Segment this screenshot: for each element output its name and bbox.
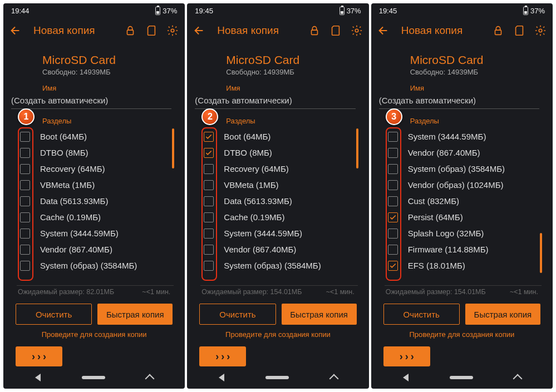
name-input[interactable]: (Создать автоматически) [195, 93, 355, 109]
swipe-button[interactable]: › › › [383, 346, 430, 366]
nav-up-icon[interactable] [145, 374, 155, 384]
partition-checkbox[interactable] [204, 212, 214, 222]
partition-row[interactable]: System (образ) (3584МБ) [385, 161, 542, 177]
settings-icon[interactable] [534, 24, 547, 37]
partition-checkbox[interactable] [388, 180, 398, 190]
partition-row[interactable]: Vendor (867.40МБ) [200, 241, 357, 257]
partition-row[interactable]: Recovery (64МБ) [200, 161, 357, 177]
partition-checkbox[interactable] [20, 164, 30, 174]
estimated-size: Ожидаемый размер: 154.01МБ [386, 288, 486, 296]
partition-checkbox[interactable] [388, 261, 398, 271]
page-title: Новая копия [401, 24, 484, 37]
partition-checkbox[interactable] [20, 261, 30, 271]
partition-row[interactable]: Cache (0.19МБ) [17, 209, 174, 225]
partition-row[interactable]: System (3444.59МБ) [200, 225, 357, 241]
partition-row[interactable]: Vendor (867.40МБ) [385, 145, 542, 161]
nav-home-icon[interactable] [82, 376, 105, 379]
scroll-indicator[interactable] [172, 128, 174, 168]
partition-checkbox[interactable] [204, 148, 214, 158]
nav-bar [3, 366, 185, 389]
partition-checkbox[interactable] [20, 212, 30, 222]
partition-row[interactable]: System (образ) (3584МБ) [17, 257, 174, 274]
partition-row[interactable]: Firmware (114.88МБ) [385, 241, 542, 257]
partition-row[interactable]: Persist (64МБ) [385, 209, 542, 225]
lock-icon[interactable] [124, 24, 137, 37]
name-input[interactable]: (Создать автоматически) [379, 93, 539, 109]
partition-checkbox[interactable] [204, 261, 214, 271]
partition-checkbox[interactable] [20, 229, 30, 239]
sd-card-icon[interactable] [513, 24, 526, 37]
partition-row[interactable]: VBMeta (1МБ) [17, 177, 174, 193]
scroll-indicator[interactable] [540, 233, 542, 273]
partition-row[interactable]: Cache (0.19МБ) [200, 209, 357, 225]
partition-row[interactable]: System (3444.59МБ) [385, 128, 542, 145]
partition-checkbox[interactable] [20, 180, 30, 190]
sd-card-icon[interactable] [145, 24, 158, 37]
nav-home-icon[interactable] [265, 376, 289, 379]
partition-checkbox[interactable] [20, 148, 30, 158]
partition-checkbox[interactable] [20, 132, 30, 142]
back-button[interactable] [193, 24, 206, 37]
svg-point-5 [539, 29, 542, 32]
partition-row[interactable]: Recovery (64МБ) [17, 161, 174, 177]
partition-row[interactable]: Vendor (образ) (1024МБ) [385, 177, 542, 193]
clear-button[interactable]: Очистить [199, 304, 275, 325]
app-bar: Новая копия [3, 18, 185, 43]
partition-row[interactable]: EFS (18.01МБ) [385, 257, 542, 274]
partition-row[interactable]: System (образ) (3584МБ) [200, 257, 357, 274]
partition-row[interactable]: System (3444.59МБ) [17, 225, 174, 241]
partition-row[interactable]: DTBO (8МБ) [17, 145, 174, 161]
swipe-button[interactable]: › › › [16, 346, 62, 366]
scroll-indicator[interactable] [356, 128, 358, 168]
clear-button[interactable]: Очистить [383, 304, 460, 325]
nav-home-icon[interactable] [450, 376, 473, 379]
settings-icon[interactable] [350, 24, 363, 37]
partition-row[interactable]: Data (5613.93МБ) [17, 193, 174, 209]
partition-checkbox[interactable] [388, 148, 398, 158]
swipe-button[interactable]: › › › [199, 346, 246, 366]
partition-checkbox[interactable] [388, 212, 398, 222]
settings-icon[interactable] [166, 24, 179, 37]
partition-row[interactable]: DTBO (8МБ) [200, 145, 357, 161]
partition-checkbox[interactable] [20, 245, 30, 255]
partition-label: Vendor (867.40МБ) [224, 245, 296, 254]
sd-card-icon[interactable] [329, 24, 342, 37]
partition-checkbox[interactable] [204, 245, 214, 255]
nav-back-icon[interactable] [403, 374, 409, 381]
partition-row[interactable]: Boot (64МБ) [17, 128, 174, 145]
partition-row[interactable]: Vendor (867.40МБ) [17, 241, 174, 257]
partition-checkbox[interactable] [388, 229, 398, 239]
back-button[interactable] [9, 24, 22, 37]
partition-checkbox[interactable] [20, 196, 30, 206]
quick-copy-button[interactable]: Быстрая копия [282, 304, 357, 325]
nav-up-icon[interactable] [513, 374, 522, 384]
quick-copy-button[interactable]: Быстрая копия [465, 304, 540, 325]
storage-free: Свободно: 14939МБ [42, 68, 185, 76]
partition-checkbox[interactable] [204, 196, 214, 206]
quick-copy-button[interactable]: Быстрая копия [97, 304, 173, 325]
partition-checkbox[interactable] [388, 196, 398, 206]
partition-row[interactable]: Boot (64МБ) [200, 128, 357, 145]
nav-up-icon[interactable] [329, 374, 338, 384]
lock-icon[interactable] [308, 24, 321, 37]
clear-button[interactable]: Очистить [16, 304, 92, 325]
partition-label: Data (5613.93МБ) [224, 196, 292, 206]
partition-checkbox[interactable] [204, 132, 214, 142]
partition-row[interactable]: Splash Logo (32МБ) [385, 225, 542, 241]
nav-back-icon[interactable] [35, 374, 41, 381]
partition-row[interactable]: Cust (832МБ) [385, 193, 542, 209]
nav-back-icon[interactable] [219, 374, 224, 381]
partition-row[interactable]: VBMeta (1МБ) [200, 177, 357, 193]
partition-checkbox[interactable] [388, 245, 398, 255]
name-input[interactable]: (Создать автоматически) [11, 93, 171, 109]
partition-checkbox[interactable] [388, 132, 398, 142]
lock-icon[interactable] [491, 24, 505, 37]
partition-checkbox[interactable] [388, 164, 398, 174]
partition-checkbox[interactable] [204, 164, 214, 174]
partition-checkbox[interactable] [204, 180, 214, 190]
estimate-row: Ожидаемый размер: 154.01МБ ~<1 мин. [371, 286, 553, 296]
back-button[interactable] [377, 24, 390, 37]
partition-checkbox[interactable] [204, 229, 214, 239]
partition-row[interactable]: Data (5613.93МБ) [200, 193, 357, 209]
estimated-size: Ожидаемый размер: 154.01МБ [201, 288, 302, 296]
